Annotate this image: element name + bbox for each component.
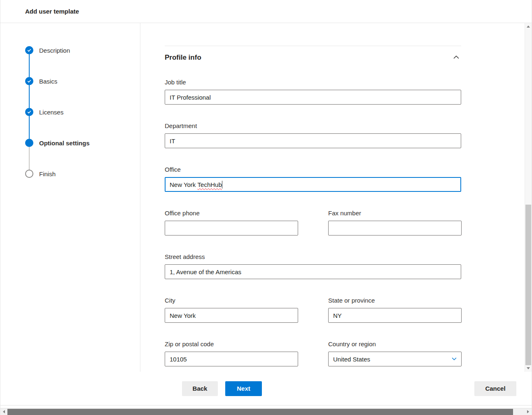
country-or-region-label: Country or region — [328, 340, 462, 348]
fax-number-label: Fax number — [328, 209, 462, 217]
stepper-item-licenses[interactable]: Licenses — [25, 108, 140, 116]
office-phone-input[interactable] — [165, 221, 298, 235]
stepper-item-label: Licenses — [39, 109, 63, 116]
chevron-down-icon — [451, 356, 457, 363]
city-input[interactable] — [165, 308, 298, 323]
stepper-connector — [29, 54, 30, 77]
horizontal-scrollbar[interactable] — [0, 408, 532, 415]
profile-info-section-header: Profile info — [165, 53, 461, 62]
back-button[interactable]: Back — [182, 381, 218, 396]
stepper-item-label: Optional settings — [39, 140, 90, 147]
stepper-item-label: Basics — [39, 78, 57, 85]
job-title-label: Job title — [165, 78, 461, 86]
dialog-header: Add user template — [0, 0, 532, 23]
dialog-title: Add user template — [25, 8, 79, 15]
completed-check-icon — [25, 108, 33, 116]
add-user-template-dialog: Add user template Description Basics — [0, 0, 532, 415]
section-title: Profile info — [165, 54, 201, 62]
upcoming-step-circle-icon — [25, 170, 33, 178]
triangle-left-icon — [3, 410, 5, 413]
country-or-region-select[interactable]: United States — [328, 352, 462, 366]
street-address-input[interactable] — [165, 264, 461, 279]
triangle-up-icon — [527, 26, 530, 28]
stepper-connector — [29, 85, 30, 108]
text-caret — [222, 181, 222, 189]
chevron-up-icon — [453, 54, 460, 62]
stepper-item-finish[interactable]: Finish — [25, 170, 140, 178]
zip-or-postal-code-input[interactable] — [165, 352, 298, 366]
job-title-input[interactable] — [165, 90, 461, 105]
scroll-right-arrow[interactable] — [525, 408, 532, 415]
collapse-section-button[interactable] — [451, 53, 461, 63]
state-or-province-input[interactable] — [328, 308, 462, 323]
stepper-connector — [29, 116, 30, 139]
office-phone-label: Office phone — [165, 209, 298, 217]
office-input[interactable]: New York TechHub — [165, 177, 461, 192]
vertical-scrollbar-thumb[interactable] — [525, 205, 531, 365]
department-input[interactable] — [165, 133, 461, 148]
office-label: Office — [165, 166, 461, 174]
vertical-scrollbar[interactable] — [525, 23, 532, 372]
scroll-left-arrow[interactable] — [0, 408, 7, 415]
form-panel: Profile info Job title Department — [140, 23, 532, 372]
stepper-item-label: Finish — [39, 170, 56, 177]
fax-number-input[interactable] — [328, 221, 462, 235]
stepper-connector — [29, 147, 30, 170]
state-or-province-label: State or province — [328, 296, 462, 305]
completed-check-icon — [25, 46, 33, 54]
wizard-stepper: Description Basics Licenses Optional set… — [0, 23, 140, 372]
completed-check-icon — [25, 77, 33, 85]
department-label: Department — [165, 122, 461, 130]
city-label: City — [165, 296, 298, 305]
next-button[interactable]: Next — [225, 381, 262, 396]
horizontal-scrollbar-thumb[interactable] — [7, 409, 513, 415]
triangle-right-icon — [527, 410, 529, 413]
current-step-dot-icon — [25, 139, 33, 147]
dialog-footer: Back Next Cancel — [0, 372, 532, 406]
triangle-down-icon — [527, 367, 530, 369]
stepper-item-description[interactable]: Description — [25, 46, 140, 54]
stepper-item-label: Description — [39, 47, 70, 54]
section-divider — [165, 46, 461, 46]
stepper-item-basics[interactable]: Basics — [25, 77, 140, 85]
office-value-text: New York — [170, 181, 198, 188]
zip-or-postal-code-label: Zip or postal code — [165, 340, 298, 348]
office-value-misspelled: TechHub — [198, 181, 222, 188]
stepper-item-optional-settings[interactable]: Optional settings — [25, 139, 140, 147]
street-address-label: Street address — [165, 253, 461, 261]
scroll-up-arrow[interactable] — [525, 23, 532, 30]
scroll-down-arrow[interactable] — [525, 365, 532, 372]
country-selected-value: United States — [333, 356, 370, 363]
cancel-button[interactable]: Cancel — [474, 381, 516, 396]
